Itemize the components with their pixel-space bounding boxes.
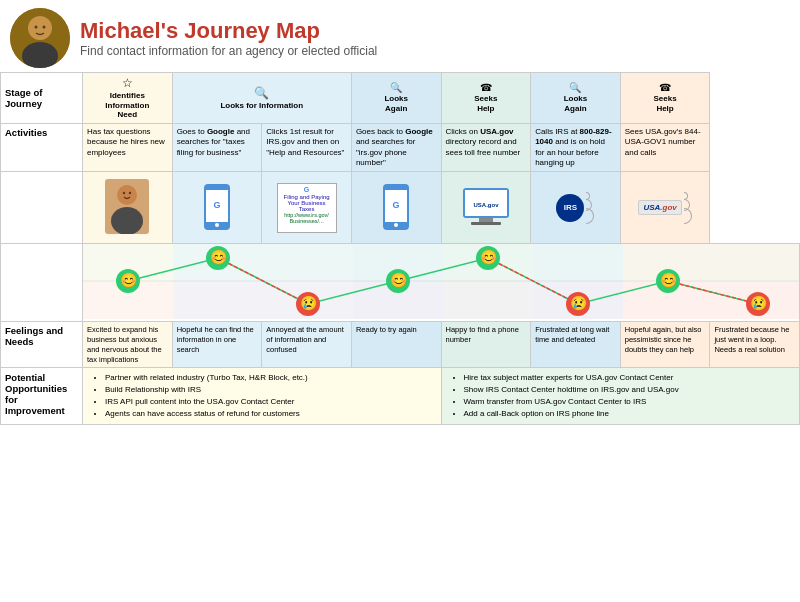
feeling-2: Hopeful he can find the information in o… <box>172 322 262 368</box>
activities-label: Activities <box>1 123 83 172</box>
avatar <box>10 8 70 68</box>
stage-cell-2: 🔍 Looks for Information <box>172 73 351 124</box>
svg-point-5 <box>43 26 46 29</box>
feelings-label: Feelings and Needs <box>1 322 83 368</box>
stage-icon-4: ☎ <box>480 82 492 93</box>
image-cell-6: IRS <box>531 172 621 244</box>
svg-text:😊: 😊 <box>120 272 138 289</box>
page-title: Michael's Journey Map <box>80 18 790 44</box>
image-cell-7: USA.gov <box>620 172 710 244</box>
feeling-7: Hopeful again, but also pessimistic sinc… <box>620 322 710 368</box>
stage-cell-3: 🔍 LooksAgain <box>351 73 441 124</box>
svg-point-9 <box>119 186 135 202</box>
svg-text:😊: 😊 <box>390 272 408 289</box>
improvement-right-2: Show IRS Contact Center holdtime on IRS.… <box>464 384 792 396</box>
stage-icon-1: ☆ <box>122 76 133 90</box>
activity-2: Goes to Google and searches for "taxes f… <box>172 123 262 172</box>
svg-point-8 <box>111 207 143 234</box>
improvement-right-1: Hire tax subject matter experts for USA.… <box>464 372 792 384</box>
image-cell-3: G Filing and Paying Your Business Taxes … <box>262 172 352 244</box>
feeling-6: Frustrated at long wait time and defeate… <box>531 322 621 368</box>
stage-name-5: LooksAgain <box>564 94 588 113</box>
svg-point-10 <box>123 192 125 194</box>
svg-text:😢: 😢 <box>750 295 768 312</box>
activity-6: Calls IRS at 800-829-1040 and is on hold… <box>531 123 621 172</box>
stage-cell-1: ☆ IdentifiesInformationNeed <box>83 73 173 124</box>
stage-name-3: LooksAgain <box>384 94 408 113</box>
image-cell-5: USA.gov <box>441 172 531 244</box>
improvement-left-4: Agents can have access status of refund … <box>105 408 433 420</box>
journey-map-container: Michael's Journey Map Find contact infor… <box>0 0 800 602</box>
svg-text:😢: 😢 <box>570 295 588 312</box>
header-text: Michael's Journey Map Find contact infor… <box>80 18 790 58</box>
feeling-5: Happy to find a phone number <box>441 322 531 368</box>
activity-5: Clicks on USA.gov directory record and s… <box>441 123 531 172</box>
svg-rect-33 <box>83 244 799 281</box>
svg-text:USA.gov: USA.gov <box>473 202 499 208</box>
svg-point-18 <box>394 223 398 227</box>
improvements-label: Potential Opportunities for Improvement <box>1 368 83 425</box>
svg-point-14 <box>215 223 219 227</box>
images-label <box>1 172 83 244</box>
svg-text:😊: 😊 <box>480 249 498 266</box>
activity-1: Has tax questions because he hires new e… <box>83 123 173 172</box>
feeling-4: Ready to try again <box>351 322 441 368</box>
image-cell-2: G <box>172 172 262 244</box>
stage-cell-5: 🔍 LooksAgain <box>531 73 621 124</box>
feeling-8: Frustrated because he just went in a loo… <box>710 322 800 368</box>
image-cell-4: G <box>351 172 441 244</box>
svg-text:😊: 😊 <box>210 249 228 266</box>
improvements-row: Potential Opportunities for Improvement … <box>1 368 800 425</box>
activities-row: Activities Has tax questions because he … <box>1 123 800 172</box>
activity-3: Clicks 1st result for IRS.gov and then o… <box>262 123 352 172</box>
emotion-label <box>1 244 83 322</box>
stage-icon-3: 🔍 <box>390 82 402 93</box>
svg-rect-23 <box>471 222 501 225</box>
improvement-left-2: Build Relationship with IRS <box>105 384 433 396</box>
improvement-left-1: Partner with related industry (Turbo Tax… <box>105 372 433 384</box>
stage-icon-2: 🔍 <box>254 86 269 100</box>
activity-7: Sees USA.gov's 844-USA-GOV1 number and c… <box>620 123 710 172</box>
feeling-3: Annoyed at the amount of information and… <box>262 322 352 368</box>
svg-text:😢: 😢 <box>300 295 318 312</box>
emotion-chart: 😊 😊 😢 😊 😊 <box>83 244 800 322</box>
stage-row: Stage of Journey ☆ IdentifiesInformation… <box>1 73 800 124</box>
svg-text:😊: 😊 <box>660 272 678 289</box>
header: Michael's Journey Map Find contact infor… <box>0 0 800 72</box>
improvements-left: Partner with related industry (Turbo Tax… <box>83 368 442 425</box>
improvement-left-3: IRS API pull content into the USA.gov Co… <box>105 396 433 408</box>
stage-icon-6: ☎ <box>659 82 671 93</box>
svg-text:G: G <box>393 200 400 210</box>
stage-label: Stage of Journey <box>1 73 83 124</box>
page-subtitle: Find contact information for an agency o… <box>80 44 790 58</box>
images-row: G G Filing and Paying Your Business Taxe… <box>1 172 800 244</box>
improvement-right-3: Warm transfer from USA.gov Contact Cente… <box>464 396 792 408</box>
feelings-row: Feelings and Needs Excited to expand his… <box>1 322 800 368</box>
svg-rect-22 <box>479 218 493 222</box>
stage-name-1: IdentifiesInformationNeed <box>105 91 149 120</box>
feeling-1: Excited to expand his business but anxio… <box>83 322 173 368</box>
emotion-chart-row: 😊 😊 😢 😊 😊 <box>1 244 800 322</box>
stage-cell-6: ☎ SeeksHelp <box>620 73 710 124</box>
stage-name-4: SeeksHelp <box>474 94 497 113</box>
stage-icon-5: 🔍 <box>569 82 581 93</box>
svg-point-11 <box>129 192 131 194</box>
stage-name-6: SeeksHelp <box>653 94 676 113</box>
improvements-right: Hire tax subject matter experts for USA.… <box>441 368 800 425</box>
image-cell-1 <box>83 172 173 244</box>
svg-text:G: G <box>213 200 220 210</box>
svg-point-4 <box>35 26 38 29</box>
improvement-right-4: Add a call-Back option on IRS phone line <box>464 408 792 420</box>
activity-4: Goes back to Google and searches for "ir… <box>351 123 441 172</box>
stage-name-2: Looks for Information <box>220 101 303 111</box>
stage-cell-4: ☎ SeeksHelp <box>441 73 531 124</box>
